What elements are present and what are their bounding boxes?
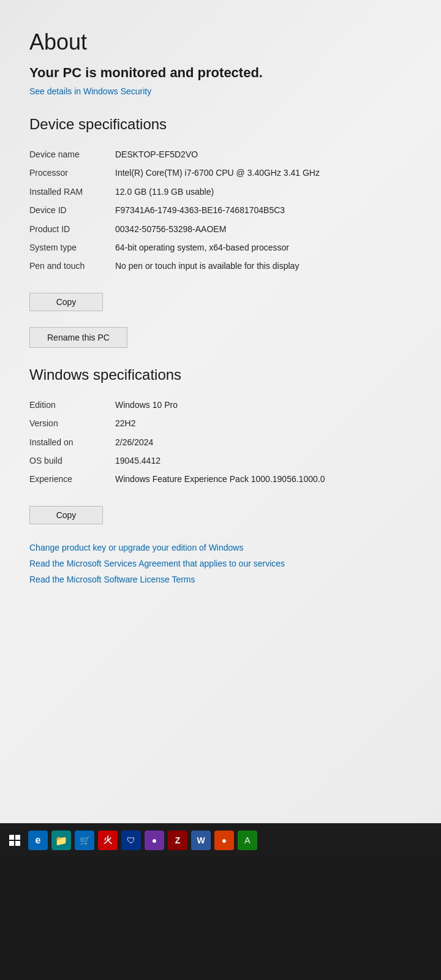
table-row: System type 64-bit operating system, x64… bbox=[29, 238, 412, 257]
spec-value: Windows Feature Experience Pack 1000.190… bbox=[115, 472, 412, 486]
settings-about-page: About Your PC is monitored and protected… bbox=[0, 0, 441, 823]
info-link[interactable]: Read the Microsoft Services Agreement th… bbox=[29, 559, 412, 568]
spec-label: Version bbox=[29, 417, 115, 430]
windows-security-link[interactable]: See details in Windows Security bbox=[29, 86, 151, 96]
table-row: Installed RAM 12.0 GB (11.9 GB usable) bbox=[29, 183, 412, 201]
spec-label: Installed RAM bbox=[29, 185, 115, 198]
start-button[interactable] bbox=[5, 831, 24, 850]
vpn-icon[interactable]: 🛡 bbox=[121, 831, 141, 850]
device-specs-table: Device name DESKTOP-EF5D2VO Processor In… bbox=[29, 145, 412, 276]
table-row: Product ID 00342-50756-53298-AAOEM bbox=[29, 220, 412, 238]
spec-label: System type bbox=[29, 241, 115, 254]
links-section: Change product key or upgrade your editi… bbox=[29, 543, 412, 584]
app-purple-icon[interactable]: ● bbox=[145, 831, 164, 850]
spec-label: Installed on bbox=[29, 435, 115, 449]
spec-label: Product ID bbox=[29, 222, 115, 236]
table-row: Experience Windows Feature Experience Pa… bbox=[29, 470, 412, 488]
spec-label: Pen and touch bbox=[29, 259, 115, 273]
app-darkred-icon[interactable]: Z bbox=[168, 831, 187, 850]
spec-label: Device ID bbox=[29, 203, 115, 217]
spec-label: OS build bbox=[29, 454, 115, 467]
device-specs-title: Device specifications bbox=[29, 116, 412, 133]
table-row: OS build 19045.4412 bbox=[29, 451, 412, 470]
spec-label: Edition bbox=[29, 398, 115, 412]
spec-value: DESKTOP-EF5D2VO bbox=[115, 148, 412, 161]
device-copy-button[interactable]: Copy bbox=[29, 293, 103, 311]
spec-value: Intel(R) Core(TM) i7-6700 CPU @ 3.40GHz … bbox=[115, 166, 412, 179]
spec-value: 19045.4412 bbox=[115, 454, 412, 467]
table-row: Edition Windows 10 Pro bbox=[29, 396, 412, 414]
info-link[interactable]: Read the Microsoft Software License Term… bbox=[29, 575, 412, 584]
spec-value: F97341A6-1749-4363-BE16-74681704B5C3 bbox=[115, 203, 412, 217]
spec-value: 12.0 GB (11.9 GB usable) bbox=[115, 185, 412, 198]
store-icon[interactable]: 🛒 bbox=[75, 831, 94, 850]
table-row: Device name DESKTOP-EF5D2VO bbox=[29, 145, 412, 164]
spec-label: Experience bbox=[29, 472, 115, 486]
app-green-icon[interactable]: A bbox=[238, 831, 257, 850]
spec-label: Processor bbox=[29, 166, 115, 179]
spec-value: Windows 10 Pro bbox=[115, 398, 412, 412]
file-explorer-icon[interactable]: 📁 bbox=[51, 831, 71, 850]
spec-value: No pen or touch input is available for t… bbox=[115, 259, 412, 273]
table-row: Device ID F97341A6-1749-4363-BE16-746817… bbox=[29, 201, 412, 219]
info-link[interactable]: Change product key or upgrade your editi… bbox=[29, 543, 412, 552]
protection-status: Your PC is monitored and protected. bbox=[29, 65, 412, 81]
table-row: Processor Intel(R) Core(TM) i7-6700 CPU … bbox=[29, 164, 412, 182]
app-red-icon[interactable]: 火 bbox=[98, 831, 118, 850]
spec-value: 2/26/2024 bbox=[115, 435, 412, 449]
taskbar: e 📁 🛒 火 🛡 ● Z W ● A bbox=[0, 823, 441, 858]
bottom-area bbox=[0, 858, 441, 980]
windows-copy-button[interactable]: Copy bbox=[29, 506, 103, 524]
rename-pc-button[interactable]: Rename this PC bbox=[29, 327, 127, 348]
edge-icon[interactable]: e bbox=[28, 831, 48, 850]
spec-value: 64-bit operating system, x64-based proce… bbox=[115, 241, 412, 254]
windows-specs-table: Edition Windows 10 Pro Version 22H2 Inst… bbox=[29, 396, 412, 489]
spec-value: 00342-50756-53298-AAOEM bbox=[115, 222, 412, 236]
windows-specs-title: Windows specifications bbox=[29, 366, 412, 383]
app-orange-icon[interactable]: ● bbox=[214, 831, 234, 850]
spec-value: 22H2 bbox=[115, 417, 412, 430]
spec-label: Device name bbox=[29, 148, 115, 161]
word-icon[interactable]: W bbox=[191, 831, 211, 850]
table-row: Version 22H2 bbox=[29, 414, 412, 432]
table-row: Installed on 2/26/2024 bbox=[29, 433, 412, 451]
table-row: Pen and touch No pen or touch input is a… bbox=[29, 257, 412, 275]
page-title: About bbox=[29, 29, 412, 55]
